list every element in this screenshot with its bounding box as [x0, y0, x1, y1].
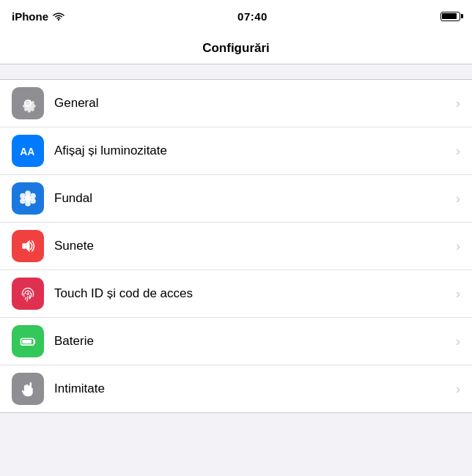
general-label: General: [54, 96, 450, 111]
privacy-icon-wrapper: [12, 373, 44, 405]
nav-bar: Configurări: [0, 32, 472, 64]
settings-item-privacy[interactable]: Intimitate ›: [0, 365, 472, 412]
battery-chevron: ›: [456, 334, 460, 349]
settings-item-battery[interactable]: Baterie ›: [0, 318, 472, 365]
status-time: 07:40: [237, 10, 268, 23]
svg-rect-9: [22, 243, 26, 249]
battery-item-icon-wrapper: [12, 325, 44, 357]
status-bar: iPhone 07:40: [0, 0, 472, 32]
flower-icon: [18, 188, 38, 209]
hand-icon: [18, 379, 38, 399]
display-icon-wrapper: AA: [12, 135, 44, 167]
privacy-chevron: ›: [456, 382, 460, 397]
settings-item-sounds[interactable]: Sunete ›: [0, 223, 472, 270]
battery-label: Baterie: [54, 334, 450, 349]
sound-icon: [18, 236, 38, 256]
sounds-icon-wrapper: [12, 230, 44, 262]
wallpaper-icon-wrapper: [12, 182, 44, 215]
touchid-chevron: ›: [456, 286, 460, 302]
touchid-icon-wrapper: [12, 278, 44, 310]
general-chevron: ›: [456, 96, 460, 111]
svg-point-8: [25, 196, 32, 202]
battery-icon: [440, 12, 460, 21]
fingerprint-icon: [18, 283, 38, 304]
sounds-label: Sunete: [54, 239, 450, 253]
gear-icon: [18, 93, 38, 114]
svg-point-0: [58, 19, 59, 21]
svg-text:AA: AA: [20, 146, 34, 157]
settings-item-wallpaper[interactable]: Fundal ›: [0, 175, 472, 223]
display-chevron: ›: [456, 144, 460, 159]
status-left: iPhone: [12, 10, 64, 23]
sounds-chevron: ›: [456, 239, 460, 254]
wifi-icon: [53, 12, 64, 21]
display-label: Afișaj și luminozitate: [54, 144, 450, 158]
settings-item-touchid[interactable]: Touch ID și cod de acces ›: [0, 270, 472, 318]
touchid-label: Touch ID și cod de acces: [54, 286, 450, 301]
svg-marker-10: [26, 240, 29, 253]
settings-item-display[interactable]: AA Afișaj și luminozitate ›: [0, 127, 472, 175]
settings-item-general[interactable]: General ›: [0, 80, 472, 127]
settings-list: General › AA Afișaj și luminozitate › Fu…: [0, 79, 472, 413]
wallpaper-chevron: ›: [456, 191, 460, 207]
aa-icon: AA: [18, 141, 38, 161]
status-right: [440, 12, 460, 21]
wallpaper-label: Fundal: [54, 191, 450, 206]
svg-rect-13: [22, 340, 32, 343]
general-icon-wrapper: [12, 87, 44, 119]
battery-item-icon: [18, 331, 38, 352]
battery-fill: [442, 13, 457, 19]
svg-rect-12: [34, 340, 35, 343]
carrier-text: iPhone: [12, 10, 48, 23]
privacy-label: Intimitate: [54, 382, 450, 396]
page-title: Configurări: [202, 41, 270, 56]
